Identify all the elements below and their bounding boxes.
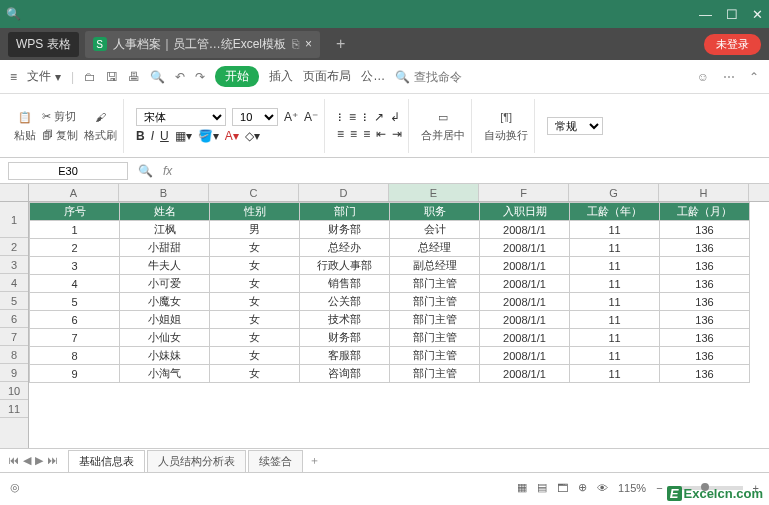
view-pagebreak-icon[interactable]: ▤ [537, 481, 547, 494]
table-cell[interactable]: 136 [660, 275, 750, 293]
table-cell[interactable]: 6 [30, 311, 120, 329]
table-cell[interactable]: 小甜甜 [120, 239, 210, 257]
table-cell[interactable]: 小姐姐 [120, 311, 210, 329]
table-cell[interactable]: 8 [30, 347, 120, 365]
align-center-icon[interactable]: ≡ [350, 127, 357, 141]
table-cell[interactable]: 公关部 [300, 293, 390, 311]
table-cell[interactable]: 136 [660, 365, 750, 383]
file-tab[interactable]: S 人事档案｜员工管…统Excel模板 ⎘ × [85, 31, 320, 58]
reading-mode-icon[interactable]: ⊕ [578, 481, 587, 494]
more-icon[interactable]: ⋯ [723, 70, 735, 84]
table-cell[interactable]: 11 [570, 329, 660, 347]
table-cell[interactable]: 小妹妹 [120, 347, 210, 365]
sheet-tab-2[interactable]: 人员结构分析表 [147, 450, 246, 472]
menu-start[interactable]: 开始 [215, 66, 259, 87]
table-cell[interactable]: 部门主管 [390, 311, 480, 329]
name-box[interactable] [8, 162, 128, 180]
table-cell[interactable]: 咨询部 [300, 365, 390, 383]
table-cell[interactable]: 会计 [390, 221, 480, 239]
close-tab-icon[interactable]: × [305, 37, 312, 51]
help-icon[interactable]: ☺ [697, 70, 709, 84]
data-grid[interactable]: 序号姓名性别部门职务入职日期工龄（年）工龄（月）1江枫男财务部会计2008/1/… [29, 202, 750, 383]
table-cell[interactable]: 11 [570, 275, 660, 293]
table-cell[interactable]: 2008/1/1 [480, 275, 570, 293]
table-cell[interactable]: 136 [660, 293, 750, 311]
auto-wrap-button[interactable]: [¶] 自动换行 [484, 108, 528, 143]
table-header-cell[interactable]: 部门 [300, 203, 390, 221]
table-cell[interactable]: 7 [30, 329, 120, 347]
table-cell[interactable]: 部门主管 [390, 365, 480, 383]
indent-inc-icon[interactable]: ⇥ [392, 127, 402, 141]
row-header[interactable]: 1 [0, 202, 28, 238]
fill-color-icon[interactable]: 🪣▾ [198, 129, 219, 143]
increase-font-icon[interactable]: A⁺ [284, 110, 298, 124]
new-tab-button[interactable]: + [330, 35, 351, 53]
view-pagelayout-icon[interactable]: 🗔 [557, 482, 568, 494]
table-cell[interactable]: 136 [660, 347, 750, 365]
minimize-icon[interactable]: — [699, 7, 712, 22]
table-cell[interactable]: 小淘气 [120, 365, 210, 383]
cut-button[interactable]: ✂ 剪切 [42, 109, 78, 124]
table-cell[interactable]: 小仙女 [120, 329, 210, 347]
eye-icon[interactable]: 👁 [597, 482, 608, 494]
font-name-select[interactable]: 宋体 [136, 108, 226, 126]
table-cell[interactable]: 男 [210, 221, 300, 239]
print-icon[interactable]: 🖶 [128, 70, 140, 84]
table-cell[interactable]: 2008/1/1 [480, 221, 570, 239]
column-header[interactable]: A [29, 184, 119, 201]
table-header-cell[interactable]: 性别 [210, 203, 300, 221]
table-header-cell[interactable]: 工龄（年） [570, 203, 660, 221]
column-header[interactable]: H [659, 184, 749, 201]
table-cell[interactable]: 11 [570, 347, 660, 365]
table-cell[interactable]: 女 [210, 293, 300, 311]
preview-icon[interactable]: 🔍 [150, 70, 165, 84]
merge-center-button[interactable]: ▭ 合并居中 [421, 108, 465, 143]
orientation-icon[interactable]: ↗ [374, 110, 384, 124]
search-icon[interactable]: 🔍 [6, 7, 21, 21]
table-cell[interactable]: 11 [570, 239, 660, 257]
sheet-nav-next-icon[interactable]: ▶ [35, 454, 43, 467]
table-cell[interactable]: 2008/1/1 [480, 293, 570, 311]
table-cell[interactable]: 女 [210, 365, 300, 383]
table-cell[interactable]: 11 [570, 365, 660, 383]
add-sheet-button[interactable]: ＋ [309, 453, 320, 468]
row-header[interactable]: 7 [0, 328, 28, 346]
table-cell[interactable]: 4 [30, 275, 120, 293]
clear-format-icon[interactable]: ◇▾ [245, 129, 260, 143]
row-header[interactable]: 8 [0, 346, 28, 364]
sheet-tab-active[interactable]: 基础信息表 [68, 450, 145, 472]
table-cell[interactable]: 女 [210, 311, 300, 329]
search-command-input[interactable] [414, 70, 494, 84]
menu-formula[interactable]: 公… [361, 68, 385, 85]
table-cell[interactable]: 9 [30, 365, 120, 383]
table-cell[interactable]: 部门主管 [390, 275, 480, 293]
table-cell[interactable]: 女 [210, 275, 300, 293]
table-cell[interactable]: 2008/1/1 [480, 239, 570, 257]
table-cell[interactable]: 财务部 [300, 221, 390, 239]
view-normal-icon[interactable]: ▦ [517, 481, 527, 494]
sheet-nav-prev-icon[interactable]: ◀ [23, 454, 31, 467]
row-header[interactable]: 4 [0, 274, 28, 292]
underline-button[interactable]: U [160, 129, 169, 143]
table-cell[interactable]: 136 [660, 239, 750, 257]
table-cell[interactable]: 牛夫人 [120, 257, 210, 275]
italic-button[interactable]: I [151, 129, 154, 143]
row-header[interactable]: 3 [0, 256, 28, 274]
menu-file[interactable]: 文件 ▾ [27, 68, 61, 85]
undo-icon[interactable]: ↶ [175, 70, 185, 84]
table-cell[interactable]: 11 [570, 257, 660, 275]
table-cell[interactable]: 部门主管 [390, 293, 480, 311]
collapse-ribbon-icon[interactable]: ⌃ [749, 70, 759, 84]
fx-label[interactable]: fx [163, 164, 172, 178]
table-cell[interactable]: 136 [660, 329, 750, 347]
column-header[interactable]: E [389, 184, 479, 201]
table-header-cell[interactable]: 职务 [390, 203, 480, 221]
zoom-out-icon[interactable]: − [656, 482, 662, 494]
table-cell[interactable]: 11 [570, 221, 660, 239]
row-header[interactable]: 5 [0, 292, 28, 310]
table-cell[interactable]: 3 [30, 257, 120, 275]
table-cell[interactable]: 技术部 [300, 311, 390, 329]
menu-hamburger[interactable]: ≡ [10, 70, 17, 84]
table-cell[interactable]: 2008/1/1 [480, 365, 570, 383]
table-cell[interactable]: 女 [210, 257, 300, 275]
